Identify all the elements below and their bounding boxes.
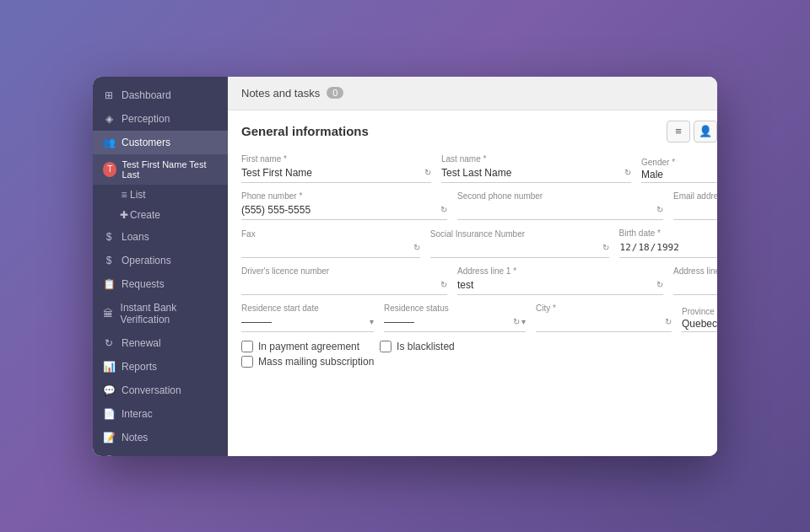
renewal-icon: ↻: [103, 337, 115, 349]
second-phone-refresh-icon[interactable]: ↻: [656, 205, 663, 214]
notes-bar: Notes and tasks 0 ↻ ⊕: [228, 77, 717, 110]
first-name-refresh-icon[interactable]: ↻: [424, 168, 431, 177]
toolbar-filter-btn[interactable]: ≡: [667, 121, 690, 142]
sidebar-label-loans: Loans: [122, 231, 149, 243]
residence-start-field: Residence start date ▾: [241, 304, 374, 332]
residence-status-input[interactable]: [384, 314, 510, 330]
form-row-1: First name * ↻ Last name * ↻ Gender *: [241, 154, 717, 183]
in-payment-checkbox-item[interactable]: In payment agreement: [241, 341, 359, 352]
sidebar-label-audit: Audit: [122, 455, 144, 456]
sidebar-item-perception[interactable]: ◈ Perception: [93, 107, 228, 131]
second-phone-label: Second phone number: [457, 191, 663, 201]
in-payment-checkbox[interactable]: [241, 341, 253, 352]
drivers-licence-input[interactable]: [241, 277, 438, 293]
second-phone-field: Second phone number ↻: [457, 191, 663, 220]
main-content: Notes and tasks 0 ↻ ⊕ General informatio…: [228, 77, 717, 456]
sidebar-item-operations[interactable]: $ Operations: [93, 249, 228, 272]
drivers-licence-refresh-icon[interactable]: ↻: [440, 280, 447, 289]
residence-start-dropdown-arrow: ▾: [370, 317, 374, 326]
province-field: Province * Quebec Ontario Alberta ↻ ▾: [682, 307, 717, 332]
first-name-input[interactable]: [241, 165, 422, 180]
sin-label: Social Insurance Number: [430, 229, 609, 239]
mass-mailing-checkbox[interactable]: [241, 356, 253, 368]
active-customer-name: Test First Name Test Last: [122, 159, 218, 180]
blacklisted-checkbox-item[interactable]: Is blacklisted: [380, 341, 455, 352]
blacklisted-checkbox[interactable]: [380, 341, 392, 352]
fax-field: Fax ↻: [241, 229, 420, 258]
notes-title: Notes and tasks 0: [241, 87, 343, 99]
active-customer-row[interactable]: T Test First Name Test Last: [93, 154, 228, 185]
sidebar-label-notes: Notes: [122, 432, 148, 443]
address1-input[interactable]: [457, 277, 654, 293]
form-area: General informations ≡ 👤 👥 ▶ 🏛 🖥 📞 ⚙ Sen…: [228, 110, 717, 456]
mass-mailing-checkbox-item[interactable]: Mass mailing subscription: [241, 356, 374, 368]
residence-start-input[interactable]: [241, 314, 368, 330]
drivers-licence-field: Driver's licence number ↻: [241, 266, 447, 295]
notes-title-text: Notes and tasks: [241, 87, 320, 99]
form-header: General informations ≡ 👤 👥 ▶ 🏛 🖥 📞 ⚙ Sen…: [241, 121, 717, 142]
gender-field: Gender * Male Female Other ▾: [641, 158, 717, 183]
sidebar-label-conversation: Conversation: [122, 384, 181, 396]
sidebar-item-requests[interactable]: 📋 Requests: [93, 272, 228, 296]
notes-badge: 0: [327, 87, 343, 99]
sidebar-label-renewal: Renewal: [122, 337, 161, 349]
reports-icon: 📊: [103, 361, 115, 373]
gender-label: Gender *: [641, 158, 717, 167]
sidebar: ⊞ Dashboard ◈ Perception 👥 Customers T T…: [93, 77, 228, 456]
last-name-label: Last name *: [441, 154, 631, 164]
province-label: Province *: [682, 307, 717, 316]
sidebar-item-notes[interactable]: 📝 Notes: [93, 426, 228, 449]
address2-label: Address line 2: [673, 266, 717, 276]
drivers-licence-label: Driver's licence number: [241, 266, 447, 276]
city-label: City *: [536, 304, 672, 313]
residence-status-refresh-icon[interactable]: ↻: [513, 317, 520, 326]
requests-icon: 📋: [103, 278, 115, 290]
bank-icon: 🏛: [103, 308, 114, 320]
toolbar-person-btn[interactable]: 👤: [694, 121, 717, 142]
sidebar-item-conversation[interactable]: 💬 Conversation: [93, 379, 228, 402]
in-payment-label: In payment agreement: [258, 341, 359, 352]
phone-input[interactable]: [241, 202, 438, 218]
form-row-2: Phone number * ↻ Second phone number ↻ E…: [241, 191, 717, 220]
sin-refresh-icon[interactable]: ↻: [602, 243, 609, 252]
create-icon: ✚: [118, 209, 130, 221]
first-name-label: First name *: [241, 154, 431, 164]
phone-label: Phone number *: [241, 191, 447, 201]
email-input[interactable]: [673, 202, 717, 218]
last-name-refresh-icon[interactable]: ↻: [624, 168, 631, 177]
phone-refresh-icon[interactable]: ↻: [440, 205, 447, 214]
gender-select[interactable]: Male Female Other: [641, 169, 717, 180]
province-select[interactable]: Quebec Ontario Alberta: [682, 318, 717, 330]
notes-icon: 📝: [103, 432, 115, 443]
sidebar-item-reports[interactable]: 📊 Reports: [93, 355, 228, 379]
city-input[interactable]: [536, 314, 662, 330]
sidebar-label-interac: Interac: [122, 408, 153, 420]
second-phone-input[interactable]: [457, 202, 654, 218]
address2-input[interactable]: [673, 277, 717, 293]
sidebar-item-audit[interactable]: 🕐 Audit: [93, 449, 228, 456]
sidebar-item-customers[interactable]: 👥 Customers: [93, 131, 228, 154]
sin-input[interactable]: [430, 240, 600, 255]
birth-date-input[interactable]: [619, 239, 717, 255]
residence-status-dropdown-arrow: ▾: [521, 317, 526, 326]
fax-input[interactable]: [241, 240, 411, 255]
form-row-5: Residence start date ▾ Residence status …: [241, 304, 717, 332]
sidebar-item-list[interactable]: ≡ List: [93, 185, 228, 205]
address1-refresh-icon[interactable]: ↻: [656, 280, 663, 289]
city-refresh-icon[interactable]: ↻: [665, 317, 672, 326]
email-label: Email address *: [673, 191, 717, 201]
sidebar-item-loans[interactable]: $ Loans: [93, 225, 228, 249]
last-name-input[interactable]: [441, 165, 622, 180]
loans-icon: $: [103, 231, 115, 243]
sidebar-label-operations: Operations: [122, 255, 171, 266]
sidebar-item-instant-bank[interactable]: 🏛 Instant Bank Verification: [93, 296, 228, 331]
birth-date-field: Birth date * ↻: [619, 228, 717, 258]
sidebar-item-create[interactable]: ✚ Create: [93, 205, 228, 225]
fax-refresh-icon[interactable]: ↻: [413, 243, 420, 252]
sidebar-item-dashboard[interactable]: ⊞ Dashboard: [93, 83, 228, 107]
save-row: SAVE: [241, 378, 717, 408]
sidebar-item-renewal[interactable]: ↻ Renewal: [93, 331, 228, 355]
audit-icon: 🕐: [103, 455, 115, 456]
sidebar-item-interac[interactable]: 📄 Interac: [93, 402, 228, 426]
form-row-3: Fax ↻ Social Insurance Number ↻ Birth da…: [241, 228, 717, 258]
